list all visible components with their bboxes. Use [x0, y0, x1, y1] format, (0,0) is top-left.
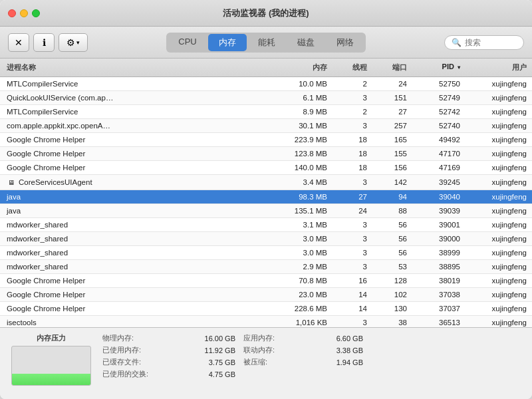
cell-memory: 10.0 MB: [273, 78, 332, 89]
stat-row: 已使用的交换:4.75 GB: [102, 369, 235, 379]
arrow-down-icon: ▾: [76, 39, 80, 46]
table-row[interactable]: mdworker_shared3.0 MB35638999xujingfeng: [0, 246, 532, 260]
tab-memory[interactable]: 内存: [208, 34, 247, 51]
cell-threads: 2: [332, 106, 372, 117]
memory-pressure-label: 内存压力: [37, 333, 66, 343]
cell-user: xujingfeng: [466, 106, 532, 117]
col-header-name[interactable]: 进程名称: [0, 61, 273, 74]
cell-name: java: [0, 205, 273, 216]
table-body: MTLCompilerService10.0 MB22452750xujingf…: [0, 77, 532, 327]
col-header-threads[interactable]: 线程: [332, 61, 372, 74]
gear-button[interactable]: ⚙ ▾: [59, 33, 88, 52]
close-process-button[interactable]: ✕: [8, 33, 29, 52]
process-icon: 🖥: [7, 178, 16, 187]
main-window: 活动监视器 (我的进程) ✕ ℹ ⚙ ▾ CPU 内存 能耗 磁盘 网络: [0, 0, 532, 399]
cell-user: xujingfeng: [466, 233, 532, 244]
table-row[interactable]: java135.1 MB248839039xujingfeng: [0, 204, 532, 218]
table-row[interactable]: mdworker_shared2.9 MB35338895xujingfeng: [0, 260, 532, 274]
col-header-pid[interactable]: PID ▾: [412, 61, 466, 74]
cell-user: xujingfeng: [466, 162, 532, 173]
cell-ports: 56: [372, 233, 412, 244]
tab-network[interactable]: 网络: [326, 34, 364, 51]
cell-ports: 151: [372, 92, 412, 103]
minimize-button[interactable]: [20, 9, 28, 17]
cell-threads: 16: [332, 275, 372, 286]
cell-ports: 128: [372, 275, 412, 286]
cell-pid: 39039: [412, 205, 466, 216]
col-header-memory[interactable]: 内存: [273, 61, 332, 74]
cell-memory: 3.4 MB: [273, 176, 332, 188]
cell-name: isectools: [0, 317, 273, 327]
cell-threads: 3: [332, 219, 372, 230]
info-button[interactable]: ℹ: [33, 33, 55, 52]
cell-threads: 3: [332, 261, 372, 272]
cell-memory: 3.0 MB: [273, 233, 332, 244]
table-row[interactable]: mdworker_shared3.0 MB35639000xujingfeng: [0, 232, 532, 246]
toolbar-left: ✕ ℹ ⚙ ▾: [8, 33, 88, 52]
tab-disk[interactable]: 磁盘: [287, 34, 325, 51]
cell-user: xujingfeng: [466, 219, 532, 230]
close-button[interactable]: [8, 9, 16, 17]
col-header-user[interactable]: 用户: [466, 61, 532, 74]
stat-row: 已使用内存:11.92 GB: [102, 345, 235, 355]
table-row[interactable]: java98.3 MB279439040xujingfeng: [0, 190, 532, 204]
table-row[interactable]: MTLCompilerService10.0 MB22452750xujingf…: [0, 77, 532, 91]
cell-ports: 142: [372, 176, 412, 188]
cell-ports: 53: [372, 261, 412, 272]
tab-cpu[interactable]: CPU: [168, 34, 207, 51]
cell-user: xujingfeng: [466, 205, 532, 216]
cell-pid: 39245: [412, 176, 466, 188]
table-row[interactable]: 🖥CoreServicesUIAgent3.4 MB314239245xujin…: [0, 175, 532, 190]
table-row[interactable]: Google Chrome Helper23.0 MB1410237038xuj…: [0, 288, 532, 302]
cell-threads: 18: [332, 162, 372, 173]
memory-pressure-bar: [12, 374, 90, 385]
cell-ports: 156: [372, 162, 412, 173]
table-row[interactable]: MTLCompilerService8.9 MB22752742xujingfe…: [0, 105, 532, 119]
cell-pid: 38019: [412, 275, 466, 286]
cell-memory: 6.1 MB: [273, 92, 332, 103]
stat-row: 应用内存:6.60 GB: [243, 333, 363, 343]
search-input[interactable]: [465, 38, 518, 47]
col-header-ports[interactable]: 端口: [372, 61, 412, 74]
cell-ports: 102: [372, 289, 412, 300]
cell-user: xujingfeng: [466, 134, 532, 145]
cell-user: xujingfeng: [466, 120, 532, 131]
stat-label: 应用内存:: [243, 333, 275, 343]
table-row[interactable]: Google Chrome Helper123.8 MB1815547170xu…: [0, 147, 532, 161]
table-row[interactable]: mdworker_shared3.1 MB35639001xujingfeng: [0, 218, 532, 232]
table-row[interactable]: Google Chrome Helper223.9 MB1816549492xu…: [0, 133, 532, 147]
cell-user: xujingfeng: [466, 176, 532, 188]
cell-name: Google Chrome Helper: [0, 134, 273, 145]
cell-pid: 52742: [412, 106, 466, 117]
stat-row: 已缓存文件:3.75 GB: [102, 357, 235, 367]
stats-left: 物理内存:16.00 GB已使用内存:11.92 GB已缓存文件:3.75 GB…: [102, 333, 235, 394]
table-row[interactable]: Google Chrome Helper228.6 MB1413037037xu…: [0, 302, 532, 316]
cell-threads: 3: [332, 247, 372, 258]
stat-value: 16.00 GB: [205, 334, 235, 342]
table-row[interactable]: isectools1,016 KB33836513xujingfeng: [0, 316, 532, 327]
tab-energy[interactable]: 能耗: [247, 34, 286, 51]
cell-user: xujingfeng: [466, 148, 532, 159]
table-row[interactable]: QuickLookUIService (com.ap…6.1 MB3151527…: [0, 91, 532, 105]
cell-name: Google Chrome Helper: [0, 289, 273, 300]
cell-user: xujingfeng: [466, 192, 532, 202]
cell-threads: 18: [332, 148, 372, 159]
cell-user: xujingfeng: [466, 78, 532, 89]
cell-threads: 3: [332, 233, 372, 244]
stat-value: 3.75 GB: [209, 358, 235, 366]
stat-row: 联动内存:3.38 GB: [243, 345, 363, 355]
cell-ports: 155: [372, 148, 412, 159]
stat-label: 物理内存:: [102, 333, 134, 343]
table-row[interactable]: Google Chrome Helper140.0 MB1815647169xu…: [0, 161, 532, 175]
table-row[interactable]: com.apple.appkit.xpc.openA…30.1 MB325752…: [0, 119, 532, 133]
cell-name: Google Chrome Helper: [0, 303, 273, 314]
cell-memory: 3.1 MB: [273, 219, 332, 230]
maximize-button[interactable]: [32, 9, 40, 17]
cell-ports: 257: [372, 120, 412, 131]
table-row[interactable]: Google Chrome Helper70.8 MB1612838019xuj…: [0, 274, 532, 288]
cell-user: xujingfeng: [466, 317, 532, 327]
cell-name: Google Chrome Helper: [0, 162, 273, 173]
cell-pid: 39000: [412, 233, 466, 244]
cell-memory: 3.0 MB: [273, 247, 332, 258]
gear-icon: ⚙: [66, 37, 75, 48]
